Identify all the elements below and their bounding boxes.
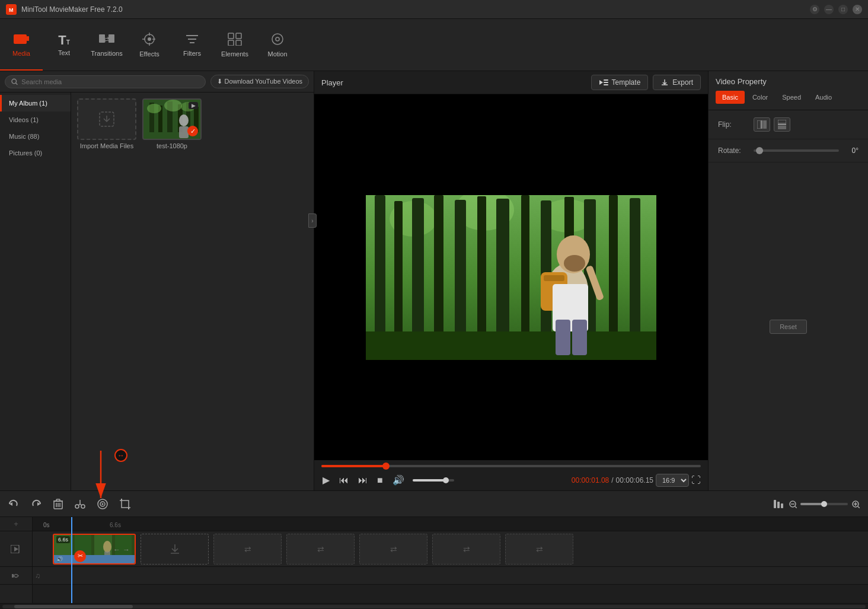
toolbar-elements[interactable]: Elements	[213, 19, 256, 71]
tab-speed[interactable]: Speed	[776, 91, 808, 104]
transition-slot-4[interactable]: ⇄	[359, 534, 427, 565]
aspect-select[interactable]: 16:9 9:16 1:1 4:3	[656, 474, 689, 487]
search-input[interactable]	[21, 78, 199, 85]
zoom-column-btn[interactable]	[772, 498, 785, 510]
title-bar: M MiniTool MovieMaker Free 7.2.0 ⚙ — □ ✕	[0, 0, 868, 19]
audio-track: ♫	[33, 567, 868, 585]
settings-btn[interactable]: ⚙	[810, 5, 819, 14]
sidebar-item-music[interactable]: Music (88)	[0, 128, 71, 145]
volume-fill	[413, 479, 446, 482]
player-progress[interactable]	[314, 460, 708, 470]
svg-rect-51	[521, 195, 529, 343]
video-track: 6.6s 🔊 ✂ ← →	[33, 531, 868, 567]
undo-button[interactable]	[7, 498, 20, 510]
media-label: Media	[12, 50, 30, 57]
cut-button[interactable]	[74, 498, 87, 510]
rotate-slider[interactable]	[754, 149, 839, 152]
video-clip[interactable]: 6.6s 🔊 ✂ ← →	[53, 534, 136, 565]
progress-bar[interactable]	[321, 465, 701, 467]
toolbar-media[interactable]: Media	[0, 19, 43, 71]
export-button[interactable]: Export	[653, 75, 701, 90]
clip-left-arrow[interactable]: ←	[113, 546, 120, 554]
transition-slot-3[interactable]: ⇄	[286, 534, 355, 565]
toolbar-effects[interactable]: Effects	[128, 19, 171, 71]
flip-horizontal-button[interactable]	[754, 117, 770, 132]
video-media-item[interactable]: ▶ ✓ test-1080p	[142, 98, 202, 149]
audio-button[interactable]	[96, 498, 109, 511]
clip-right-arrow[interactable]: →	[123, 546, 130, 554]
timeline-tracks-area: 0s 6.6s	[33, 517, 868, 603]
svg-point-33	[164, 100, 182, 111]
transition-slot-2[interactable]: ⇄	[213, 534, 282, 565]
volume-slider[interactable]	[413, 479, 454, 482]
delete-button[interactable]	[52, 498, 64, 511]
download-youtube-button[interactable]: ⬇ Download YouTube Videos	[210, 75, 309, 88]
transition-slot-5[interactable]: ⇄	[432, 534, 500, 565]
search-box[interactable]	[5, 75, 206, 88]
import-media-item[interactable]: Import Media Files	[77, 98, 136, 149]
video-thumb: ▶ ✓	[142, 98, 202, 140]
zoom-slider[interactable]	[800, 503, 848, 505]
sidebar-item-album[interactable]: My Album (1)	[0, 95, 71, 111]
maximize-button[interactable]: □	[838, 5, 848, 14]
zoom-control	[772, 498, 861, 510]
audio-track-icon	[11, 572, 21, 580]
toolbar-text[interactable]: TT Text	[43, 19, 85, 71]
svg-rect-65	[556, 320, 570, 355]
playhead	[71, 517, 72, 603]
next-frame-button[interactable]: ⏭	[357, 474, 369, 487]
volume-button[interactable]: 🔊	[391, 473, 406, 487]
tab-audio[interactable]: Audio	[809, 91, 838, 104]
svg-point-21	[276, 37, 279, 41]
scrollbar-thumb[interactable]	[14, 605, 133, 608]
prev-frame-button[interactable]: ⏮	[338, 474, 350, 487]
audio-icon: 🔊	[56, 556, 63, 562]
media-icon	[14, 32, 29, 47]
flip-vertical-button[interactable]	[774, 117, 790, 132]
left-panel: ⬇ Download YouTube Videos My Album (1) V…	[0, 71, 314, 490]
template-button[interactable]: Template	[591, 75, 649, 90]
time-display: 00:00:01.08 / 00:00:06.15 16:9 9:16 1:1 …	[572, 474, 701, 487]
svg-rect-18	[228, 40, 234, 46]
import-icon	[98, 111, 115, 127]
zoom-in-button[interactable]	[850, 499, 861, 509]
svg-rect-71	[778, 126, 786, 129]
svg-line-84	[80, 504, 82, 505]
svg-rect-48	[455, 200, 466, 345]
check-badge: ✓	[187, 126, 198, 136]
zoom-out-button[interactable]	[787, 499, 798, 509]
toolbar-transitions[interactable]: ⇄ Transitions	[85, 19, 128, 71]
fullscreen-button[interactable]: ⛶	[691, 475, 701, 486]
tab-basic[interactable]: Basic	[716, 91, 745, 104]
toolbar-motion[interactable]: Motion	[256, 19, 299, 71]
svg-point-32	[147, 104, 161, 113]
close-button[interactable]: ✕	[853, 5, 862, 14]
import-thumb	[77, 98, 136, 140]
rotate-thumb	[756, 147, 763, 154]
ruler: 0s 6.6s	[33, 517, 868, 531]
ruler-start: 0s	[43, 522, 50, 528]
toolbar-filters[interactable]: Filters	[171, 19, 213, 71]
svg-rect-3	[27, 36, 29, 41]
svg-rect-38	[604, 82, 608, 83]
sidebar-item-videos[interactable]: Videos (1)	[0, 111, 71, 128]
svg-point-35	[179, 114, 189, 126]
collapse-panel-button[interactable]: ›	[308, 213, 317, 228]
stop-button[interactable]: ■	[376, 474, 384, 487]
sidebar-item-pictures[interactable]: Pictures (0)	[0, 145, 71, 161]
svg-rect-66	[572, 320, 587, 355]
play-button[interactable]: ▶	[321, 473, 331, 487]
svg-rect-50	[496, 199, 509, 347]
add-track-icon[interactable]: +	[14, 519, 18, 528]
tab-color[interactable]: Color	[746, 91, 774, 104]
clip-navigation-arrows: ← →	[113, 546, 130, 554]
timeline-scrollbar[interactable]	[0, 603, 868, 609]
property-tabs: Basic Color Speed Audio	[716, 91, 861, 104]
transition-slot-1[interactable]	[141, 534, 209, 565]
svg-rect-95	[777, 502, 780, 508]
minimize-button[interactable]: —	[824, 5, 834, 14]
redo-button[interactable]	[30, 498, 43, 510]
transition-slot-6[interactable]: ⇄	[505, 534, 573, 565]
crop-button[interactable]	[119, 498, 132, 511]
reset-button[interactable]: Reset	[770, 320, 807, 334]
